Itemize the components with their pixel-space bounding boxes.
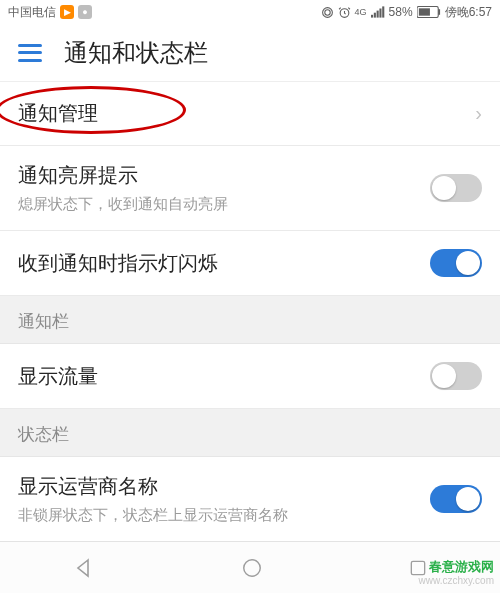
- watermark-url: www.czchxy.com: [419, 575, 494, 587]
- eye-comfort-icon: [321, 6, 334, 19]
- row-led-blink[interactable]: 收到通知时指示灯闪烁: [0, 231, 500, 296]
- svg-point-1: [322, 7, 332, 17]
- toggle-show-traffic[interactable]: [430, 362, 482, 390]
- status-app-icon-2: ●: [78, 5, 92, 19]
- row-subtitle: 非锁屏状态下，状态栏上显示运营商名称: [18, 506, 288, 525]
- section-header-status-bar: 状态栏: [0, 409, 500, 457]
- row-title: 通知亮屏提示: [18, 162, 228, 189]
- page-title: 通知和状态栏: [64, 37, 208, 69]
- row-title: 通知管理: [18, 100, 98, 127]
- battery-icon: [417, 6, 441, 18]
- svg-point-0: [324, 9, 329, 14]
- network-type-label: 4G: [355, 7, 367, 17]
- nav-home-icon[interactable]: [241, 557, 263, 579]
- svg-point-11: [244, 559, 261, 576]
- carrier-label: 中国电信: [8, 4, 56, 21]
- row-wake-on-notification[interactable]: 通知亮屏提示 熄屏状态下，收到通知自动亮屏: [0, 146, 500, 231]
- row-notification-management[interactable]: 通知管理 ›: [0, 82, 500, 146]
- clock-label: 傍晚6:57: [445, 4, 492, 21]
- chevron-right-icon: ›: [475, 102, 482, 125]
- svg-rect-5: [376, 11, 378, 18]
- svg-rect-7: [382, 6, 384, 17]
- toggle-wake-on-notification[interactable]: [430, 174, 482, 202]
- row-show-carrier[interactable]: 显示运营商名称 非锁屏状态下，状态栏上显示运营商名称: [0, 457, 500, 542]
- row-show-traffic[interactable]: 显示流量: [0, 344, 500, 409]
- alarm-icon: [338, 6, 351, 19]
- os-status-bar: 中国电信 ▶ ● 4G 58% 傍晚6:57: [0, 0, 500, 24]
- svg-rect-3: [371, 15, 373, 18]
- row-title: 显示运营商名称: [18, 473, 288, 500]
- svg-rect-10: [418, 8, 429, 15]
- svg-rect-6: [379, 9, 381, 18]
- section-header-notification-panel: 通知栏: [0, 296, 500, 344]
- row-title: 显示流量: [18, 363, 98, 390]
- nav-back-icon[interactable]: [72, 556, 96, 580]
- menu-icon[interactable]: [18, 44, 42, 62]
- signal-icon: [371, 6, 385, 18]
- battery-pct-label: 58%: [389, 5, 413, 19]
- svg-rect-9: [438, 9, 440, 15]
- toggle-led-blink[interactable]: [430, 249, 482, 277]
- svg-rect-4: [373, 13, 375, 18]
- row-subtitle: 熄屏状态下，收到通知自动亮屏: [18, 195, 228, 214]
- toggle-show-carrier[interactable]: [430, 485, 482, 513]
- row-title: 收到通知时指示灯闪烁: [18, 250, 218, 277]
- status-app-icon-1: ▶: [60, 5, 74, 19]
- watermark-brand: 春意游戏网: [419, 559, 494, 575]
- app-header: 通知和状态栏: [0, 24, 500, 82]
- watermark: 春意游戏网 www.czchxy.com: [419, 559, 494, 587]
